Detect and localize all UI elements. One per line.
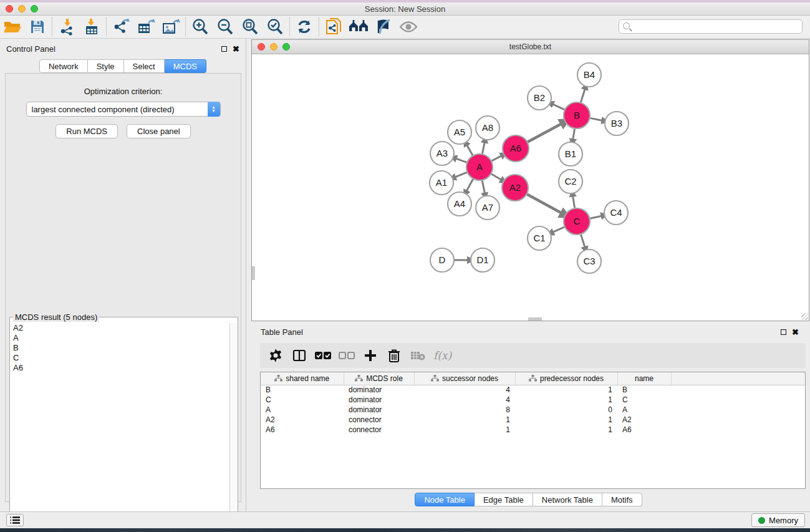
edge-A2-C[interactable] xyxy=(527,195,561,213)
tab-motifs[interactable]: Motifs xyxy=(602,493,642,506)
table-cell[interactable]: A6 xyxy=(617,425,671,435)
deselect-all-button[interactable] xyxy=(339,347,355,364)
open-file-button[interactable] xyxy=(0,16,25,37)
result-list-scrollbar[interactable] xyxy=(229,323,238,531)
table-row[interactable]: A6connector11A6 xyxy=(261,425,805,435)
zoom-in-button[interactable] xyxy=(188,16,213,37)
close-panel-icon[interactable]: ✖ xyxy=(233,45,239,53)
mcds-result-list[interactable]: A2ABCA6 xyxy=(11,323,229,531)
import-network-button[interactable] xyxy=(54,16,79,37)
tab-style[interactable]: Style xyxy=(88,59,124,73)
table-cell[interactable]: connector xyxy=(344,415,414,425)
table-cell[interactable]: C xyxy=(617,395,671,405)
column-header-successor-nodes[interactable]: successor nodes xyxy=(414,372,515,385)
table-row[interactable]: Cdominator41C xyxy=(261,395,805,405)
delete-columns-button[interactable] xyxy=(386,347,402,364)
network-zoom-button[interactable] xyxy=(282,43,290,51)
memory-button[interactable]: Memory xyxy=(751,513,805,527)
run-mcds-button[interactable]: Run MCDS xyxy=(55,124,118,138)
edge-B-B1[interactable] xyxy=(573,129,575,140)
select-all-button[interactable] xyxy=(315,347,331,364)
search-input[interactable] xyxy=(619,19,803,34)
tab-node-table[interactable]: Node Table xyxy=(415,493,475,506)
edge-A-A4[interactable] xyxy=(466,179,473,191)
tab-select[interactable]: Select xyxy=(124,59,165,73)
zoom-window-button[interactable] xyxy=(31,5,38,12)
network-graph[interactable]: B4B2BB3A5A8A6A3B1AC2A1A2A4A7CC4C1C3DD1 xyxy=(252,54,809,321)
export-image-button[interactable] xyxy=(158,16,183,37)
zoom-fit-button[interactable] xyxy=(238,16,263,37)
function-builder-button[interactable]: f(x) xyxy=(433,347,451,364)
task-history-button[interactable] xyxy=(6,514,24,526)
new-network-from-selection-button[interactable] xyxy=(321,16,346,37)
edge-A-A6[interactable] xyxy=(492,156,502,161)
edge-C-C3[interactable] xyxy=(581,235,585,247)
edge-A-A2[interactable] xyxy=(491,174,501,180)
table-row[interactable]: Bdominator41B xyxy=(261,385,805,395)
column-header-MCDS-role[interactable]: MCDS role xyxy=(344,372,414,385)
table-cell[interactable]: A xyxy=(617,405,671,415)
window-resize-grip[interactable] xyxy=(801,313,808,320)
close-table-panel-icon[interactable]: ✖ xyxy=(792,328,799,336)
float-table-panel-icon[interactable] xyxy=(781,329,786,335)
table-row[interactable]: A2connector11A2 xyxy=(261,415,805,425)
edge-A-A1[interactable] xyxy=(455,172,467,177)
result-item[interactable]: A6 xyxy=(13,363,229,373)
table-cell[interactable]: A2 xyxy=(261,415,344,425)
edge-A6-B[interactable] xyxy=(528,123,561,142)
result-item[interactable]: A2 xyxy=(13,323,229,333)
toggle-split-view-button[interactable] xyxy=(291,347,307,364)
network-canvas[interactable]: B4B2BB3A5A8A6A3B1AC2A1A2A4A7CC4C1C3DD1 xyxy=(252,54,809,321)
import-table-button[interactable] xyxy=(79,16,104,37)
edge-B-B2[interactable] xyxy=(553,104,564,110)
float-panel-icon[interactable] xyxy=(221,46,227,52)
minimize-window-button[interactable] xyxy=(18,5,26,12)
table-cell[interactable]: 1 xyxy=(515,415,617,425)
tab-mcds[interactable]: MCDS xyxy=(165,59,206,73)
edge-C-C4[interactable] xyxy=(590,216,601,218)
tab-network-table[interactable]: Network Table xyxy=(533,493,602,506)
table-cell[interactable]: B xyxy=(261,385,344,395)
edge-A-A3[interactable] xyxy=(456,158,466,162)
edge-C-C2[interactable] xyxy=(573,196,575,208)
table-cell[interactable]: 1 xyxy=(414,415,515,425)
edge-C-C1[interactable] xyxy=(553,227,564,232)
tab-network[interactable]: Network xyxy=(39,59,88,73)
create-column-button[interactable] xyxy=(362,347,378,364)
node-table[interactable]: shared nameMCDS rolesuccessor nodesprede… xyxy=(260,372,806,489)
table-cell[interactable]: A2 xyxy=(617,415,671,425)
edge-B-B3[interactable] xyxy=(591,118,602,120)
result-item[interactable]: B xyxy=(13,343,229,353)
table-cell[interactable]: dominator xyxy=(344,395,414,405)
table-cell[interactable]: 1 xyxy=(515,425,617,435)
result-item[interactable]: C xyxy=(13,353,229,363)
table-row[interactable]: Adominator80A xyxy=(261,405,805,415)
table-cell[interactable]: 4 xyxy=(414,385,515,395)
table-cell[interactable]: A xyxy=(261,405,344,415)
column-header-predecessor-nodes[interactable]: predecessor nodes xyxy=(515,372,617,385)
criterion-dropdown[interactable]: largest connected component (directed) ▲… xyxy=(26,102,221,117)
column-settings-button[interactable] xyxy=(268,347,284,364)
edge-A-A5[interactable] xyxy=(467,145,473,155)
canvas-horizontal-scroll-thumb[interactable] xyxy=(528,317,542,321)
table-cell[interactable]: B xyxy=(617,385,671,395)
zoom-selected-button[interactable] xyxy=(263,16,287,37)
table-cell[interactable]: 1 xyxy=(515,385,617,395)
zoom-out-button[interactable] xyxy=(213,16,238,37)
save-session-button[interactable] xyxy=(25,16,50,37)
node-table-header[interactable]: shared nameMCDS rolesuccessor nodesprede… xyxy=(261,372,805,385)
tab-edge-table[interactable]: Edge Table xyxy=(475,493,533,506)
close-window-button[interactable] xyxy=(6,5,13,12)
table-cell[interactable]: dominator xyxy=(344,385,414,395)
network-close-button[interactable] xyxy=(258,43,265,51)
result-item[interactable]: A xyxy=(13,333,229,343)
table-cell[interactable]: dominator xyxy=(344,405,414,415)
edge-B-B4[interactable] xyxy=(581,89,585,102)
table-cell[interactable]: 4 xyxy=(414,395,515,405)
table-cell[interactable]: 8 xyxy=(414,405,515,415)
export-network-button[interactable] xyxy=(108,16,133,37)
table-cell[interactable]: 0 xyxy=(515,405,617,415)
edge-A-A7[interactable] xyxy=(482,181,485,193)
column-header-name[interactable]: name xyxy=(617,372,671,385)
edge-A-A8[interactable] xyxy=(482,142,485,153)
